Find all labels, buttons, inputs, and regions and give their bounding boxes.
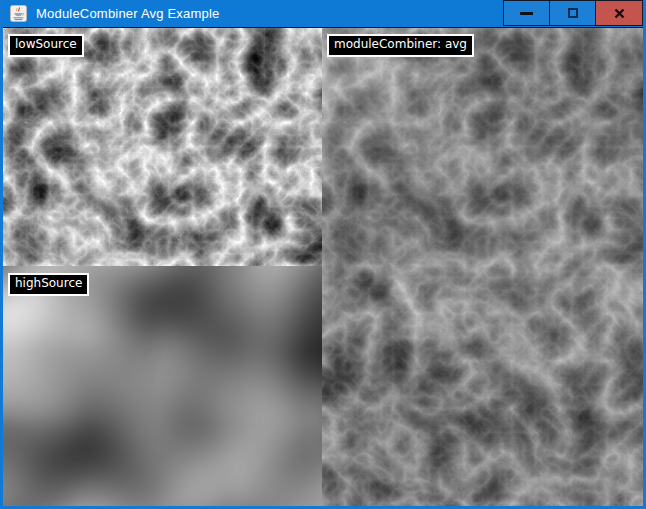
highsource-noise-image [3, 266, 322, 506]
modulecombiner-noise-image [322, 28, 643, 506]
modulecombiner-panel: moduleCombiner: avg [322, 28, 643, 506]
maximize-button[interactable] [549, 0, 596, 26]
java-coffee-cup-icon[interactable] [10, 5, 27, 22]
noise-view-canvas: lowSource [3, 28, 643, 506]
noise-texture [322, 28, 643, 506]
close-button[interactable] [595, 0, 643, 26]
lowsource-noise-image [3, 28, 322, 266]
noise-texture [3, 28, 322, 266]
minimize-button[interactable] [503, 0, 550, 26]
title-bar[interactable]: ModuleCombiner Avg Example [3, 0, 643, 28]
maximize-icon [568, 8, 578, 18]
close-icon [614, 8, 625, 19]
noise-texture [3, 266, 322, 506]
app-window: ModuleCombiner Avg Example [0, 0, 646, 509]
highsource-panel: highSource [3, 266, 322, 506]
highsource-label: highSource [8, 273, 89, 296]
window-title: ModuleCombiner Avg Example [36, 6, 219, 21]
modulecombiner-label: moduleCombiner: avg [327, 34, 474, 57]
lowsource-panel: lowSource [3, 28, 322, 266]
minimize-icon [520, 12, 533, 15]
lowsource-label: lowSource [8, 34, 84, 57]
window-controls [504, 0, 643, 26]
